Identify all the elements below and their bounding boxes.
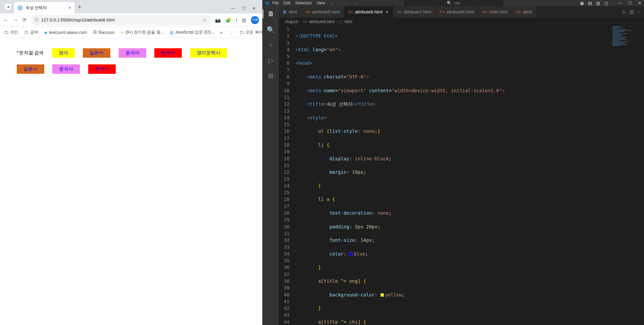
link-chinese-history[interactable]: 중국사	[52, 64, 80, 74]
link-english[interactable]: 영어	[52, 48, 75, 58]
list-item: 한국사	[88, 64, 116, 74]
demo-list: ^문자열 검색 영어 일본어 중국어 한국어 영미문학사 일본사 중국사 한국사	[13, 45, 249, 77]
editor-tab[interactable]: <>attrib	[512, 6, 537, 18]
vscode-window: ⧉ File Edit Selection View ··· ← → 🔍 css…	[263, 0, 644, 325]
back-button[interactable]: ←	[3, 17, 9, 23]
page-content: ^문자열 검색 영어 일본어 중국어 한국어 영미문학사 일본사 중국사 한국사	[0, 38, 262, 325]
breadcrumb[interactable]: chap10 › <> attribute6.html › ⬚ html	[279, 18, 644, 26]
editor-tab[interactable]: <>child.html	[478, 6, 512, 18]
forward-button[interactable]: →	[13, 17, 18, 23]
menubar: File Edit Selection View ···	[272, 1, 334, 5]
page-icon: ▤	[170, 30, 173, 35]
link-japanese[interactable]: 일본어	[83, 48, 110, 58]
close-icon[interactable]: ×	[386, 9, 388, 15]
command-center[interactable]: 🔍 css	[403, 0, 504, 7]
reload-button[interactable]: ⟳	[22, 17, 26, 23]
link-english-history[interactable]: 영미문학사	[190, 48, 227, 58]
link-korean[interactable]: 한국어	[154, 48, 182, 58]
menu-selection[interactable]: Selection	[295, 1, 312, 5]
list-item: 일본사	[17, 64, 44, 74]
search-icon[interactable]: 🔍	[267, 26, 275, 34]
editor-tabs: ⚙html <>attribute5.html <>attribute6.htm…	[279, 6, 644, 18]
bookmark-dream[interactable]: ✦(9+) 장지현 꿈을 찾...	[120, 30, 164, 35]
bookmark-raccoon[interactable]: ⓃRaccoon	[93, 30, 114, 35]
run-icon[interactable]: ▷	[623, 9, 626, 14]
notion-icon: Ⓝ	[93, 30, 97, 35]
menu-more-icon[interactable]: ···	[331, 1, 334, 5]
settings-icon: ⚙	[283, 9, 287, 14]
star-icon[interactable]: ☆	[203, 17, 207, 23]
link-chinese[interactable]: 중국어	[119, 48, 146, 58]
editor-tab[interactable]: <>attribute7.html	[393, 6, 436, 18]
code-lines[interactable]: <!DOCTYPE html> <html lang="en"> <head> …	[296, 26, 644, 325]
editor-tab[interactable]: <>attribute5.html	[302, 6, 344, 18]
more-icon[interactable]: ···	[637, 9, 641, 14]
folder-icon: 🗀	[4, 30, 8, 35]
explorer-icon[interactable]: 🗎	[263, 9, 279, 18]
layout-icon[interactable]: ▥	[596, 1, 600, 6]
link-korean-history[interactable]: 한국사	[88, 64, 116, 74]
profile-avatar[interactable]: 지현	[251, 16, 259, 24]
layout-icon[interactable]: ▣	[580, 1, 584, 6]
camera-icon[interactable]: 📷	[215, 17, 221, 23]
extensions-icon[interactable]: ⊞	[268, 72, 274, 80]
menu-edit[interactable]: Edit	[283, 1, 290, 5]
divider: |	[230, 30, 231, 35]
minimap[interactable]	[612, 26, 639, 79]
list-item: 영미문학사	[190, 48, 227, 58]
sidepanel-icon[interactable]: ▥	[242, 17, 246, 23]
html-icon: <>	[397, 10, 402, 14]
globe-icon: 🌐	[17, 5, 23, 10]
nav-back-icon[interactable]: ←	[344, 1, 348, 5]
list-item: 일본어	[83, 48, 110, 58]
new-tab-button[interactable]: +	[78, 4, 82, 11]
extensions-icon[interactable]: 🧩	[225, 17, 231, 23]
overflow-icon[interactable]: »	[220, 30, 223, 35]
bookmark-personal[interactable]: 🗀개인	[4, 30, 18, 35]
maximize-icon[interactable]: ☐	[628, 1, 632, 5]
url-input[interactable]: ⓘ 127.0.0.1:5500/chap10/attribute6.html …	[31, 15, 211, 25]
folder-icon: 🗀	[239, 30, 244, 35]
split-icon[interactable]: ◫	[630, 9, 634, 14]
html-icon: <>	[303, 19, 307, 24]
maximize-icon[interactable]: ☐	[242, 6, 246, 11]
html-icon: <>	[516, 10, 521, 14]
vscode-titlebar: ⧉ File Edit Selection View ··· ← → 🔍 css…	[263, 0, 644, 6]
close-window-icon[interactable]: ✕	[252, 6, 256, 11]
url-text: 127.0.0.1:5500/chap10/attribute6.html	[41, 17, 115, 22]
bookmark-textcount[interactable]: ◆textcount.sawoo.com	[44, 30, 87, 35]
close-icon[interactable]: ✕	[638, 1, 641, 5]
symbol-icon: ⬚	[339, 19, 343, 24]
nav-forward-icon[interactable]: →	[354, 1, 358, 5]
minimize-icon[interactable]: —	[618, 1, 622, 5]
code-editor[interactable]: 1234567891011121314151617181920212223242…	[279, 26, 644, 325]
layout-icon[interactable]: ▤	[588, 1, 592, 6]
link-japanese-history[interactable]: 일본사	[17, 64, 44, 74]
gutter: 1234567891011121314151617181920212223242…	[279, 26, 296, 325]
run-icon[interactable]: ▷	[268, 56, 273, 64]
browser-tab[interactable]: 🌐 속성 선택자 ×	[14, 2, 74, 13]
minimize-icon[interactable]: —	[231, 6, 235, 11]
html-icon: <>	[482, 10, 487, 14]
browser-window: ▾ 🌐 속성 선택자 × + — ☐ ✕ ← → ⟳ ⓘ 127.0.0.1:5…	[0, 0, 263, 325]
close-icon[interactable]: ×	[68, 5, 71, 10]
list-item: ^문자열 검색	[17, 50, 44, 56]
star-icon: ✦	[120, 30, 124, 35]
list-item: 영어	[52, 48, 75, 58]
menu-view[interactable]: View	[316, 1, 325, 5]
bookmark-study[interactable]: 🗀공부	[24, 30, 38, 35]
bookmark-js[interactable]: ▤JavaScript 입문 (ES...	[170, 30, 214, 35]
editor-tab[interactable]: ⚙html	[279, 6, 302, 18]
source-control-icon[interactable]: ⑂	[269, 41, 273, 49]
layout-icon[interactable]: ◫	[604, 1, 608, 6]
activity-bar: 🗎 🔍 ⑂ ▷ ⊞ 👤	[263, 6, 279, 325]
editor-tab-active[interactable]: <>attribute6.html×	[344, 6, 393, 18]
html-icon: <>	[306, 10, 310, 14]
tab-search-dropdown[interactable]: ▾	[4, 3, 12, 11]
editor-tab[interactable]: <>attribute8.html	[436, 6, 478, 18]
menu-file[interactable]: File	[272, 1, 279, 5]
editor-area: ⚙html <>attribute5.html <>attribute6.htm…	[279, 6, 644, 325]
info-icon: ⓘ	[35, 17, 39, 23]
bookmarks-bar: 🗀개인 🗀공부 ◆textcount.sawoo.com ⓃRaccoon ✦(…	[0, 27, 262, 38]
browser-tab-strip: ▾ 🌐 속성 선택자 × + — ☐ ✕	[0, 0, 262, 13]
